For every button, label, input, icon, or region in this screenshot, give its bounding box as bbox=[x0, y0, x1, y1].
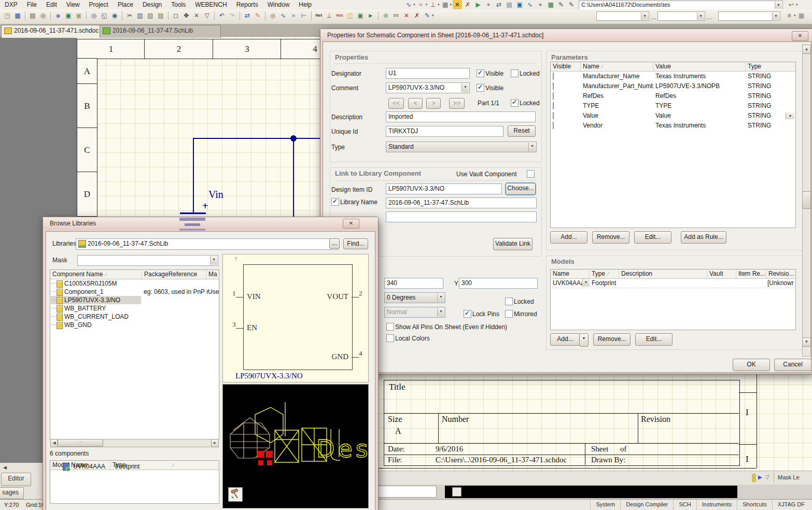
sheet-symbol-icon[interactable]: ▣ bbox=[356, 11, 365, 20]
orientation-combo[interactable]: 0 Degrees ▼ bbox=[384, 292, 445, 303]
cancel-button[interactable]: Cancel bbox=[774, 359, 811, 371]
dropdown-icon[interactable]: ▾ bbox=[796, 3, 798, 7]
dropdown-icon[interactable]: ▼ bbox=[772, 12, 779, 20]
place-wire-icon[interactable]: ∿ bbox=[404, 0, 413, 9]
description-input[interactable]: Imported bbox=[386, 111, 536, 122]
model-edit-button[interactable]: Edit... bbox=[635, 333, 673, 346]
cross-probe-icon[interactable]: ⇄ bbox=[243, 11, 252, 20]
net-label-icon[interactable]: Net bbox=[314, 11, 324, 20]
undo-icon[interactable]: ↶ bbox=[217, 11, 227, 20]
list-options-icon[interactable]: ≡ bbox=[785, 11, 794, 20]
menu-project[interactable]: Project bbox=[85, 0, 113, 9]
model-add-dropdown-icon[interactable]: ▼ bbox=[579, 333, 589, 347]
column-header-name[interactable]: Name∕ bbox=[581, 62, 653, 71]
library-name-input[interactable]: 2016-09-06_11-37-47.SchLib bbox=[386, 197, 537, 208]
dropdown-icon[interactable]: ▼ bbox=[697, 12, 704, 20]
status-panel-design-compiler[interactable]: Design Compiler bbox=[620, 500, 673, 510]
show-pins-checkbox[interactable] bbox=[386, 323, 394, 331]
footprint-tools-button[interactable] bbox=[228, 487, 243, 502]
browse-model-row[interactable]: UVK04AAA Footprint bbox=[50, 462, 219, 471]
database-table-input[interactable] bbox=[386, 211, 537, 222]
dropdown-icon[interactable]: ▾ bbox=[426, 3, 428, 7]
status-panel-sch[interactable]: SCH bbox=[673, 500, 696, 510]
designator-tag-icon[interactable]: D1 bbox=[391, 11, 401, 20]
parameter-visible-checkbox[interactable] bbox=[553, 92, 554, 100]
parameter-row[interactable]: RefDesRefDesSTRING bbox=[551, 91, 795, 101]
place-part-icon[interactable]: ◫ bbox=[345, 11, 355, 20]
parameter-visible-checkbox[interactable] bbox=[553, 122, 554, 129]
lock-pins-checkbox[interactable] bbox=[464, 310, 471, 318]
parameter-row[interactable]: Manufacturer_NameTexas InstrumentsSTRING bbox=[551, 71, 795, 81]
component-row[interactable]: C1005X5R0J105M bbox=[50, 279, 219, 288]
measure-probe-icon[interactable]: ⌖ bbox=[536, 0, 545, 9]
use-vault-checkbox[interactable] bbox=[527, 170, 535, 178]
parameter-remove-button[interactable]: Remove... bbox=[592, 231, 629, 244]
vcc-port-icon[interactable]: Vcc bbox=[335, 11, 344, 20]
parameter-edit-button[interactable]: Edit... bbox=[634, 231, 671, 244]
column-header-item-rev[interactable]: Item Re... bbox=[736, 270, 766, 278]
no-erc-icon[interactable]: ✗ bbox=[463, 0, 472, 9]
zoom-window-icon[interactable]: ◎ bbox=[89, 11, 99, 20]
mirrored-checkbox[interactable] bbox=[505, 310, 513, 318]
dialog-scrollbar-thumb[interactable] bbox=[802, 191, 811, 209]
select-area-icon[interactable]: ◻ bbox=[171, 11, 180, 20]
part-first-button[interactable]: << bbox=[388, 98, 404, 109]
back-navigation-icon[interactable]: ↩ bbox=[787, 0, 796, 9]
copy-icon[interactable]: ▥ bbox=[135, 11, 145, 20]
part-next-button[interactable]: > bbox=[426, 98, 441, 109]
tab-schdoc[interactable]: 2016-09-06_11-37-471.schdoc * bbox=[1, 25, 115, 38]
ok-button[interactable]: OK bbox=[733, 359, 770, 371]
dropdown-icon[interactable]: ▾ bbox=[432, 13, 434, 18]
paste-array-icon[interactable]: ▨ bbox=[156, 11, 165, 20]
dropdown-icon[interactable]: ▼ bbox=[437, 293, 444, 302]
zoom-area-icon[interactable]: ◱ bbox=[100, 11, 109, 20]
parameter-row[interactable]: VendorTexas InstrumentsSTRING bbox=[551, 120, 795, 130]
dropdown-icon[interactable]: ▼ bbox=[461, 83, 469, 92]
column-header-ma[interactable]: Ma bbox=[206, 270, 218, 279]
parameter-row[interactable]: ValueValueSTRING▼ bbox=[551, 110, 795, 120]
dropdown-icon[interactable]: ▼ bbox=[775, 2, 782, 9]
menu-help[interactable]: Help bbox=[294, 0, 316, 9]
scroll-up-icon[interactable]: ▲ bbox=[802, 45, 811, 54]
union-tool-icon[interactable]: ⊕ bbox=[381, 11, 390, 20]
move-selection-icon[interactable]: ✥ bbox=[181, 11, 191, 20]
column-header-type[interactable]: Type bbox=[746, 62, 795, 71]
gnd-port-icon[interactable]: ⊥ bbox=[325, 11, 334, 20]
column-header-package-reference[interactable]: PackageReference bbox=[142, 270, 206, 279]
column-header-visible[interactable]: Visible bbox=[551, 62, 581, 71]
filter-combo-1[interactable]: ▼ bbox=[596, 11, 649, 21]
model-remove-button[interactable]: Remove... bbox=[593, 333, 631, 346]
parameter-visible-checkbox[interactable] bbox=[553, 82, 554, 90]
component-row[interactable]: Component_1eg: 0603, used in PnP rUse bbox=[50, 288, 219, 296]
editor-panel-tab[interactable]: Editor bbox=[1, 473, 31, 486]
status-panel-xjtag-df[interactable]: XJTAG DF bbox=[772, 500, 810, 510]
highlight-pen-icon[interactable]: ✎ bbox=[253, 11, 262, 20]
new-document-icon[interactable]: ▣ bbox=[64, 11, 73, 20]
designator-input[interactable]: U1 bbox=[386, 68, 470, 79]
signal-harness-icon[interactable]: ⊢ bbox=[299, 11, 309, 20]
close-icon[interactable]: ✕ bbox=[792, 31, 808, 41]
validate-link-button[interactable]: Validate Link bbox=[493, 238, 533, 250]
type-combo[interactable]: Standard ▼ bbox=[386, 141, 537, 152]
dropdown-icon[interactable]: ▼ bbox=[641, 12, 648, 20]
filter-combo-3[interactable]: ▼ bbox=[718, 11, 780, 21]
column-header-model-type[interactable]: Type∕ bbox=[590, 270, 619, 278]
dropdown-icon[interactable]: ▼ bbox=[582, 279, 590, 287]
close-icon[interactable]: ✕ bbox=[343, 219, 359, 229]
mask-dots-icon[interactable] bbox=[751, 474, 756, 481]
report-doc-icon[interactable]: ▤ bbox=[505, 0, 514, 9]
column-header-model-name[interactable]: Name bbox=[551, 270, 590, 278]
save-document-icon[interactable]: ▦ bbox=[13, 11, 22, 20]
wire-junction-dot[interactable] bbox=[290, 135, 297, 141]
menu-file[interactable]: File bbox=[22, 0, 41, 9]
pen-tool-2-icon[interactable]: ✎ bbox=[567, 0, 576, 9]
menu-edit[interactable]: Edit bbox=[41, 0, 62, 9]
component-row[interactable]: WB_BATTERY bbox=[50, 304, 219, 313]
bus-tool-icon[interactable]: ≈ bbox=[289, 11, 298, 20]
import-changes-icon[interactable]: ⇄ bbox=[494, 0, 503, 9]
print-preview-icon[interactable]: ◎ bbox=[38, 11, 48, 20]
parameter-row[interactable]: TYPETYPESTRING bbox=[551, 101, 795, 110]
parameter-row[interactable]: Manufacturer_Part_NumbLP5907UVE-3.3/NOPB… bbox=[551, 81, 795, 91]
paste-icon[interactable]: ▧ bbox=[146, 11, 155, 20]
part-locked-checkbox[interactable] bbox=[511, 99, 519, 107]
